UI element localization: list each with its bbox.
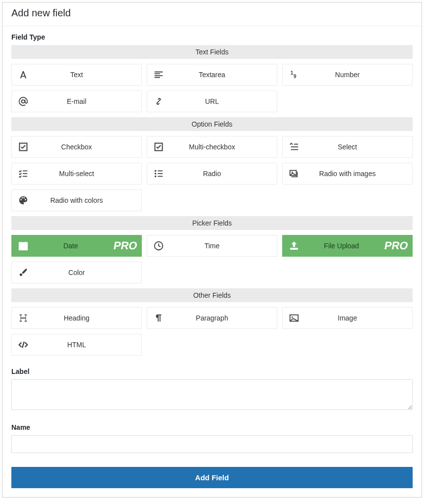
field-type-image[interactable]: Image [282,307,413,329]
multi-select-icon [12,168,35,179]
at-icon [12,96,35,107]
pro-badge: PRO [383,239,409,252]
field-type-label: Radio [170,170,277,178]
svg-rect-27 [23,248,24,249]
svg-rect-29 [291,248,298,250]
field-type-radio[interactable]: Radio [147,163,277,184]
svg-text:1: 1 [291,70,294,76]
group-header-other: Other Fields [11,288,413,302]
pro-badge: PRO [113,239,138,252]
field-type-checkbox[interactable]: Checkbox [11,136,142,158]
multi-checkbox-icon [147,142,170,152]
field-type-textarea[interactable]: Textarea [147,64,277,86]
field-type-number[interactable]: 19 Number [282,64,413,86]
field-type-label: Textarea [170,71,277,79]
svg-rect-24 [23,246,24,247]
group-header-option: Option Fields [11,117,413,131]
svg-text:9: 9 [294,74,297,79]
svg-rect-26 [21,248,22,249]
palette-icon [12,195,35,206]
field-type-radio-images[interactable]: Radio with images [282,163,413,184]
field-type-label: Select [305,143,412,151]
field-type-file-upload[interactable]: File Upload PRO [282,235,413,257]
group-header-text: Text Fields [11,45,413,59]
field-type-label: Field Type [11,33,413,41]
field-type-html[interactable]: HTML [11,334,142,356]
group-header-picker: Picker Fields [11,216,413,230]
label-field-label: Label [11,367,413,375]
field-type-label: Color [35,269,141,276]
field-type-label: Multi-checkbox [170,143,277,151]
field-type-label: Text [35,71,141,79]
add-field-panel: Add new field Field Type Text Fields Tex… [2,2,422,498]
radio-list-icon [147,168,170,179]
panel-body: Field Type Text Fields Text Textarea 19 [2,26,422,497]
svg-point-14 [155,176,157,178]
group-grid-text: Text Textarea 19 Number E-mail [11,64,413,112]
field-type-url[interactable]: URL [147,91,277,112]
field-type-label: Time [170,242,277,250]
field-type-label: E-mail [35,97,141,105]
field-type-label: Heading [35,314,141,322]
field-type-email[interactable]: E-mail [11,91,142,112]
images-icon [283,168,305,179]
field-type-paragraph[interactable]: Paragraph [147,307,277,329]
field-type-time[interactable]: Time [147,235,277,257]
panel-title: Add new field [2,2,422,26]
svg-rect-23 [21,246,22,247]
field-type-radio-colors[interactable]: Radio with colors [11,189,142,211]
field-type-date[interactable]: Date PRO [11,235,142,257]
brush-icon [12,267,35,278]
number-icon: 19 [283,69,305,80]
field-type-color[interactable]: Color [11,262,142,283]
field-type-heading[interactable]: Heading [11,307,142,329]
select-icon [283,141,305,152]
field-type-label: URL [170,97,277,105]
field-type-multi-checkbox[interactable]: Multi-checkbox [147,136,277,158]
svg-point-10 [155,170,157,172]
group-grid-other: Heading Paragraph Image HTML [11,307,413,356]
svg-point-31 [292,317,293,318]
upload-icon [283,240,305,251]
group-grid-picker: Date PRO Time File Upload PRO C [11,235,413,283]
field-type-label: Paragraph [170,314,277,322]
add-field-button[interactable]: Add Field [11,467,413,488]
align-left-icon [147,69,170,80]
field-type-text[interactable]: Text [11,64,142,86]
clock-icon [147,240,170,251]
svg-point-12 [155,173,157,175]
label-input[interactable] [11,379,413,410]
svg-rect-25 [25,246,26,247]
font-icon [12,69,35,80]
field-type-label: Radio with colors [35,196,141,204]
field-type-label: Radio with images [305,170,412,178]
svg-line-32 [22,342,24,348]
field-type-label: Checkbox [35,143,141,151]
field-type-select[interactable]: Select [282,136,413,158]
name-input[interactable] [11,435,413,453]
checkbox-icon [12,142,35,152]
field-type-label: HTML [35,341,141,349]
calendar-icon [12,240,35,251]
code-icon [12,339,35,350]
field-type-label: Number [305,71,412,79]
field-type-label: Image [305,314,412,322]
link-icon [147,96,170,107]
field-type-multi-select[interactable]: Multi-select [11,163,142,184]
paragraph-icon [147,313,170,323]
name-field-label: Name [11,423,413,431]
group-grid-option: Checkbox Multi-checkbox Select Multi-sel… [11,136,413,211]
field-type-label: Multi-select [35,170,141,178]
image-icon [283,313,305,323]
heading-icon [12,313,35,323]
